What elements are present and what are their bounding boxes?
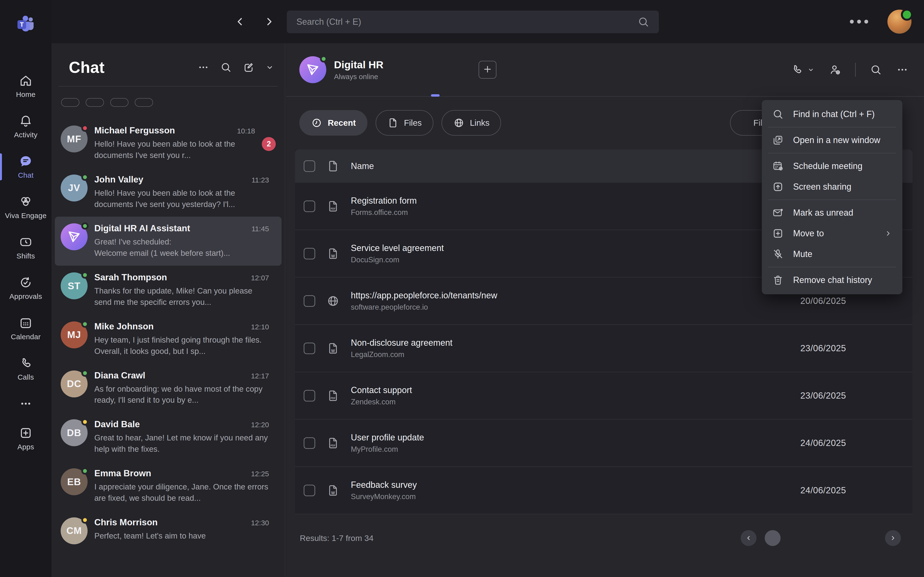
- conversation-name: Digital HR AI Assistant: [94, 223, 190, 234]
- page-number[interactable]: [813, 530, 829, 546]
- chat-filter-pill[interactable]: [86, 98, 104, 107]
- back-button[interactable]: [233, 15, 247, 28]
- row-checkbox[interactable]: [304, 343, 315, 354]
- menu-item-label: Open in a new window: [793, 135, 880, 145]
- file-title: Service level agreement: [351, 243, 789, 253]
- conversation-header: Digital HR Always online: [286, 43, 924, 97]
- page-number[interactable]: [837, 530, 853, 546]
- rail-item-icon: [19, 316, 33, 330]
- avatar: DC: [61, 371, 87, 397]
- find-in-chat-icon[interactable]: [870, 63, 882, 76]
- rail-item[interactable]: Viva Engage: [0, 192, 52, 222]
- menu-item-icon: [772, 160, 784, 172]
- file-title: Contact support: [351, 385, 789, 395]
- menu-item-label: Schedule meeting: [793, 161, 863, 171]
- rail-item[interactable]: Apps: [0, 423, 52, 454]
- forward-button[interactable]: [263, 15, 276, 28]
- conversation-item[interactable]: CM Chris Morrison 12:30 Perfect, team! L…: [55, 511, 281, 551]
- page-number[interactable]: [789, 530, 804, 546]
- svg-text:PDF: PDF: [331, 208, 336, 210]
- conversation-name: Sarah Thompson: [94, 272, 167, 282]
- conversation-item[interactable]: DB David Bale 12:20 Great to hear, Jane!…: [55, 413, 281, 462]
- rail-item[interactable]: Shifts: [0, 232, 52, 263]
- rail-item[interactable]: Calls: [0, 353, 52, 384]
- next-page-button[interactable]: [885, 530, 901, 546]
- row-checkbox[interactable]: [304, 390, 315, 401]
- page-number[interactable]: [861, 530, 877, 546]
- search-input[interactable]: [296, 16, 637, 27]
- rail-item[interactable]: Chat: [0, 152, 52, 182]
- chevron-down-icon[interactable]: [265, 63, 274, 72]
- rail-item-icon: [19, 426, 33, 440]
- add-tab-button[interactable]: [478, 61, 496, 79]
- row-checkbox[interactable]: [304, 485, 315, 496]
- chat-filter-pill[interactable]: [110, 98, 129, 107]
- file-date: 23/06/2025: [800, 391, 904, 401]
- row-checkbox[interactable]: [304, 437, 315, 449]
- table-row[interactable]: W Feedback survey SurveyMonkey.com 24/06…: [295, 467, 913, 514]
- conversation-item[interactable]: Digital HR AI Assistant 11:45 Great! I'v…: [55, 217, 281, 266]
- bot-logo-icon: [66, 229, 82, 245]
- conversation-item[interactable]: JV John Valley 11:23 Hello! Have you bee…: [55, 168, 281, 217]
- table-row[interactable]: W Non-disclosure agreement LegalZoom.com…: [295, 325, 913, 372]
- rail-item[interactable]: Activity: [0, 111, 52, 142]
- pagination: [741, 530, 901, 546]
- more-options-icon[interactable]: [896, 63, 909, 76]
- presence-dot: [81, 321, 89, 328]
- add-people-icon[interactable]: [829, 63, 841, 76]
- shared-filter-pill[interactable]: Links: [441, 110, 501, 135]
- shared-filter-pill[interactable]: Files: [376, 110, 433, 135]
- user-avatar[interactable]: [887, 10, 911, 34]
- row-checkbox[interactable]: [304, 200, 315, 212]
- row-checkbox[interactable]: [304, 248, 315, 259]
- menu-divider: [768, 153, 896, 153]
- conversation-name: Diana Crawl: [94, 371, 145, 380]
- context-menu-item[interactable]: Schedule meeting: [762, 156, 902, 176]
- conversation-item[interactable]: MJ Mike Johnson 12:10 Hey team, I just f…: [55, 315, 281, 364]
- rail-item[interactable]: [0, 394, 52, 414]
- chevron-down-icon: [807, 66, 815, 74]
- context-menu-item[interactable]: Screen sharing: [762, 176, 902, 197]
- rail-item-icon: [19, 356, 33, 370]
- rail-item[interactable]: Home: [0, 71, 52, 102]
- rail-item[interactable]: Approvals: [0, 272, 52, 303]
- context-menu-item[interactable]: Move to: [762, 223, 902, 244]
- conversation-item[interactable]: DC Diana Crawl 12:17 As for onboarding: …: [55, 364, 281, 413]
- menu-item-icon: [772, 227, 784, 239]
- row-checkbox[interactable]: [304, 295, 315, 307]
- context-menu-item[interactable]: Open in a new window: [762, 130, 902, 150]
- file-source: Zendesk.com: [351, 398, 789, 406]
- new-chat-icon[interactable]: [242, 61, 255, 73]
- context-menu-item[interactable]: Find in chat (Ctrl + F): [762, 104, 902, 124]
- chat-filter-pill[interactable]: [61, 98, 79, 107]
- table-row[interactable]: PDF User profile update MyProfile.com 24…: [295, 419, 913, 467]
- global-search[interactable]: [287, 11, 659, 33]
- chat-search-icon[interactable]: [220, 61, 232, 73]
- conversation-time: 12:20: [251, 421, 269, 429]
- conversation-time: 10:18: [237, 127, 255, 135]
- menu-item-label: Mute: [793, 249, 813, 259]
- svg-text:PDF: PDF: [331, 444, 336, 447]
- conversation-item[interactable]: MF Michael Fergusson 10:18 Hello! Have y…: [55, 119, 281, 168]
- menu-divider: [768, 267, 896, 268]
- prev-page-button[interactable]: [741, 530, 756, 546]
- rail-item[interactable]: Calendar: [0, 313, 52, 344]
- filter-pill-label: Links: [470, 118, 489, 128]
- page-number[interactable]: [765, 530, 780, 546]
- conversation-preview: I appreciate your diligence, Jane. Once …: [94, 481, 269, 504]
- call-button[interactable]: [791, 63, 815, 76]
- context-menu-item[interactable]: Mute: [762, 244, 902, 264]
- conversation-body: Emma Brown 12:25 I appreciate your dilig…: [94, 468, 269, 504]
- chat-filter-pill[interactable]: [135, 98, 153, 107]
- conversation-item[interactable]: EB Emma Brown 12:25 I appreciate your di…: [55, 462, 281, 511]
- context-menu-item[interactable]: Remove chat history: [762, 270, 902, 290]
- conversation-item[interactable]: ST Sarah Thompson 12:07 Thanks for the u…: [55, 266, 281, 315]
- conversation-body: David Bale 12:20 Great to hear, Jane! Le…: [94, 419, 269, 455]
- shared-filter-pill[interactable]: Recent: [299, 110, 367, 135]
- topbar-more-icon[interactable]: [850, 20, 868, 24]
- table-row[interactable]: PDF Contact support Zendesk.com 23/06/20…: [295, 372, 913, 419]
- select-all-checkbox[interactable]: [304, 160, 315, 172]
- file-date: 23/06/2025: [800, 343, 904, 353]
- context-menu-item[interactable]: Mark as unread: [762, 202, 902, 223]
- chat-more-icon[interactable]: [197, 61, 209, 73]
